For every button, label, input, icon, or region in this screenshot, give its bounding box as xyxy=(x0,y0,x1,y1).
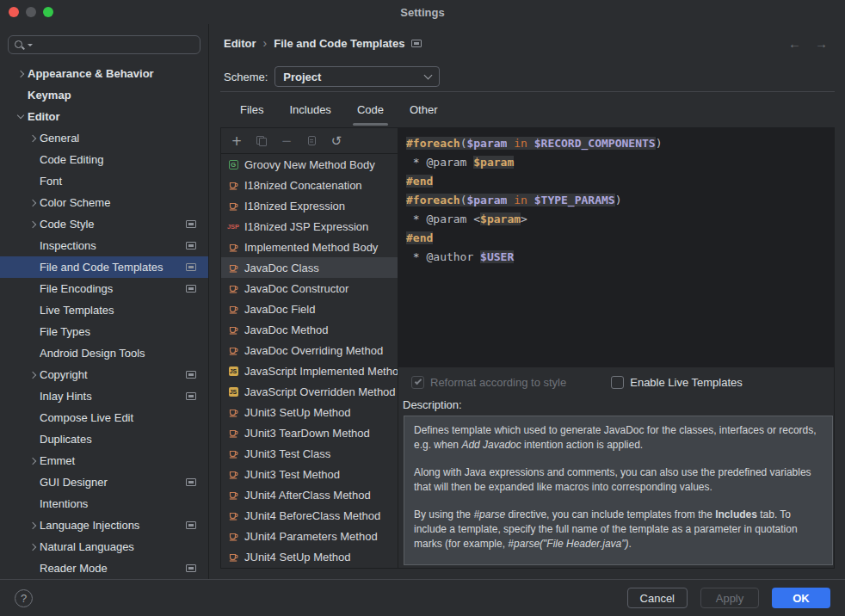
chevron-right-icon[interactable] xyxy=(29,134,36,141)
list-item[interactable]: I18nized Expression xyxy=(221,195,398,216)
chevron-right-icon[interactable] xyxy=(29,521,36,528)
breadcrumb-editor[interactable]: Editor xyxy=(224,37,256,50)
duplicate-button[interactable] xyxy=(251,131,272,151)
tab-includes[interactable]: Includes xyxy=(278,92,342,127)
remove-button[interactable]: − xyxy=(276,131,297,151)
tab-other[interactable]: Other xyxy=(398,92,449,127)
sidebar-item-live-templates[interactable]: Live Templates xyxy=(0,299,208,321)
sidebar-item-compose-live-edit[interactable]: Compose Live Edit xyxy=(0,407,208,428)
chevron-right-icon[interactable] xyxy=(17,70,24,77)
chevron-right-icon[interactable] xyxy=(29,199,36,206)
chevron-right-icon[interactable] xyxy=(29,220,36,227)
sidebar-item-editor[interactable]: Editor xyxy=(0,106,208,127)
list-item[interactable]: JSJavaScript Overridden Method xyxy=(221,381,398,402)
live-templates-checkbox[interactable] xyxy=(611,376,624,389)
list-item[interactable]: JavaDoc Field xyxy=(221,299,398,319)
list-item[interactable]: JUnit4 Parameters Method xyxy=(221,526,398,546)
java-file-icon xyxy=(226,551,240,563)
sidebar-item-language-injections[interactable]: Language Injections xyxy=(0,514,208,536)
project-settings-icon xyxy=(186,564,196,572)
list-item[interactable]: JavaDoc Overriding Method xyxy=(221,340,398,360)
chevron-right-icon[interactable] xyxy=(29,371,36,378)
tab-files[interactable]: Files xyxy=(229,92,274,127)
reformat-checkbox[interactable] xyxy=(411,376,424,389)
add-button[interactable]: + xyxy=(226,131,247,151)
sidebar-item-emmet[interactable]: Emmet xyxy=(0,450,208,471)
list-item[interactable]: JUnit4 SetUp Method xyxy=(221,546,398,567)
remove-icon: − xyxy=(281,133,293,149)
code-token: ) xyxy=(615,194,622,206)
chevron-down-icon[interactable] xyxy=(17,112,24,119)
list-item[interactable]: JSJavaScript Implemented Method xyxy=(221,360,398,381)
description-text: #parse xyxy=(473,508,505,521)
search-options-caret-icon[interactable] xyxy=(28,44,33,46)
copy-button[interactable] xyxy=(301,131,322,151)
help-button[interactable]: ? xyxy=(15,589,33,607)
search-input[interactable] xyxy=(8,35,200,54)
list-item[interactable]: JUnit4 AfterClass Method xyxy=(221,484,398,505)
sidebar-item-intentions[interactable]: Intentions xyxy=(0,493,208,514)
sidebar-item-label: Editor xyxy=(28,110,208,123)
sidebar-item-inspections[interactable]: Inspections xyxy=(0,235,208,256)
list-item[interactable]: JUnit3 Test Class xyxy=(221,443,398,464)
list-item[interactable]: JSPI18nized JSP Expression xyxy=(221,216,398,237)
sidebar-item-gui-designer[interactable]: GUI Designer xyxy=(0,471,208,493)
js-file-icon: JS xyxy=(226,387,240,397)
list-item[interactable]: GGroovy New Method Body xyxy=(221,154,398,175)
chevron-right-icon[interactable] xyxy=(29,543,36,550)
sidebar-item-label: Keymap xyxy=(28,89,208,102)
sidebar-item-keymap[interactable]: Keymap xyxy=(0,84,208,106)
sidebar-item-file-encodings[interactable]: File Encodings xyxy=(0,278,208,299)
sidebar-item-label: File and Code Templates xyxy=(40,261,186,274)
sidebar-item-code-editing[interactable]: Code Editing xyxy=(0,149,208,170)
sidebar-item-file-and-code-templates[interactable]: File and Code Templates xyxy=(0,256,208,278)
project-settings-icon xyxy=(186,392,196,400)
ok-button[interactable]: OK xyxy=(772,588,830,608)
tab-code[interactable]: Code xyxy=(346,92,395,127)
description-label: Description: xyxy=(398,396,834,414)
forward-button[interactable]: → xyxy=(815,36,828,51)
sidebar-item-font[interactable]: Font xyxy=(0,170,208,192)
sidebar-item-copyright[interactable]: Copyright xyxy=(0,364,208,385)
sidebar-item-reader-mode[interactable]: Reader Mode xyxy=(0,557,208,579)
sidebar-item-general[interactable]: General xyxy=(0,127,208,149)
code-token: in xyxy=(514,137,527,150)
list-item[interactable]: JUnit3 TearDown Method xyxy=(221,422,398,443)
template-name: JUnit4 SetUp Method xyxy=(244,551,351,564)
code-area[interactable]: #foreach($param in $RECORD_COMPONENTS) *… xyxy=(398,128,834,367)
sidebar-item-color-scheme[interactable]: Color Scheme xyxy=(0,192,208,213)
list-item[interactable]: JUnit4 BeforeClass Method xyxy=(221,505,398,526)
reformat-label: Reformat according to style xyxy=(430,376,566,389)
apply-button[interactable]: Apply xyxy=(700,588,759,608)
list-item[interactable]: JUnit3 Test Method xyxy=(221,464,398,484)
list-item[interactable]: Implemented Method Body xyxy=(221,237,398,257)
scheme-dropdown[interactable]: Project xyxy=(274,66,440,87)
tab-label: Includes xyxy=(289,103,330,116)
list-item[interactable]: JavaDoc Method xyxy=(221,319,398,340)
sidebar-item-label: Duplicates xyxy=(40,433,208,446)
sidebar-item-inlay-hints[interactable]: Inlay Hints xyxy=(0,385,208,407)
sidebar-item-natural-languages[interactable]: Natural Languages xyxy=(0,536,208,557)
template-name: JUnit4 Parameters Method xyxy=(244,530,378,543)
template-name: JUnit3 Test Class xyxy=(244,447,330,460)
chevron-right-icon[interactable] xyxy=(29,457,36,464)
list-item[interactable]: JUnit3 SetUp Method xyxy=(221,402,398,422)
list-item[interactable]: JavaDoc Constructor xyxy=(221,278,398,299)
list-item[interactable]: JavaDoc Class xyxy=(221,257,398,278)
tab-label: Files xyxy=(240,103,263,116)
cancel-button[interactable]: Cancel xyxy=(627,588,688,608)
sidebar-item-file-types[interactable]: File Types xyxy=(0,321,208,342)
sidebar-item-label: General xyxy=(40,132,208,145)
description-paragraph: Along with Java expressions and comments… xyxy=(414,465,823,496)
sidebar-item-duplicates[interactable]: Duplicates xyxy=(0,428,208,450)
sidebar-item-code-style[interactable]: Code Style xyxy=(0,213,208,235)
java-file-icon xyxy=(226,200,240,212)
sidebar-item-android-design-tools[interactable]: Android Design Tools xyxy=(0,342,208,364)
check-icon xyxy=(414,378,421,385)
titlebar: Settings xyxy=(0,0,845,24)
sidebar-item-label: Code Style xyxy=(40,218,186,231)
sidebar-item-appearance-behavior[interactable]: Appearance & Behavior xyxy=(0,63,208,84)
list-item[interactable]: I18nized Concatenation xyxy=(221,175,398,195)
back-button[interactable]: ← xyxy=(788,36,801,51)
reset-button[interactable]: ↺ xyxy=(326,131,347,151)
